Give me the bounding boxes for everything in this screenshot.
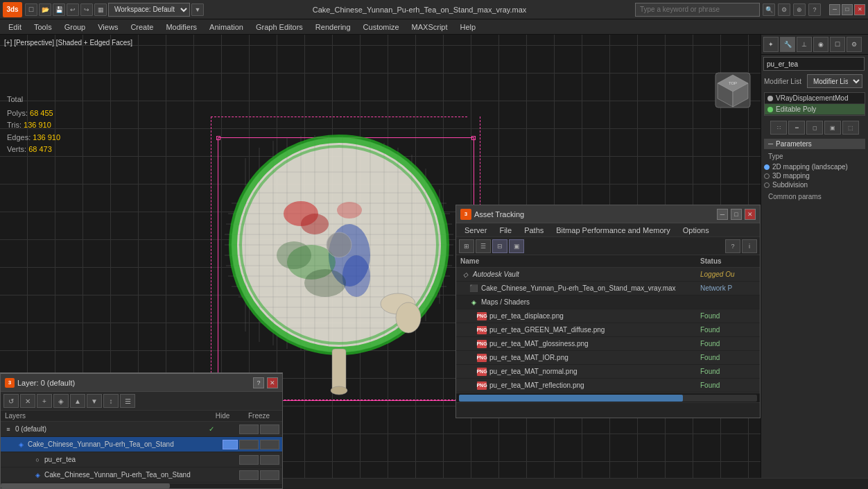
mod-item-vray[interactable]: VRayDisplacementMod [765, 93, 865, 104]
menu-create[interactable]: Create [125, 22, 159, 33]
menu-modifiers[interactable]: Modifiers [160, 22, 202, 33]
asset-menu-server[interactable]: Server [459, 225, 492, 235]
element-btn[interactable]: ⬚ [842, 121, 859, 135]
layers-view-btn[interactable]: ☰ [120, 394, 135, 408]
asset-row-maps[interactable]: ◈ Maps / Shaders [456, 295, 760, 309]
modifier-dropdown[interactable]: Modifier List [807, 74, 862, 88]
asset-btn-2[interactable]: ☰ [476, 239, 491, 253]
modifier-name-input[interactable] [763, 57, 865, 71]
settings-icon[interactable]: ⊕ [793, 3, 806, 16]
menu-group[interactable]: Group [59, 22, 92, 33]
search-input[interactable] [635, 3, 760, 17]
layer-box-freeze[interactable] [260, 424, 279, 434]
workspace-dropdown[interactable]: Workspace: Default [108, 3, 190, 17]
menu-rendering[interactable]: Rendering [310, 22, 356, 33]
asset-help-btn[interactable]: ? [725, 239, 740, 253]
mod-item-editpoly[interactable]: Editable Poly [765, 104, 865, 115]
save-icon[interactable]: 💾 [53, 3, 65, 16]
menu-animation[interactable]: Animation [204, 22, 249, 33]
layers-close-button[interactable]: ✕ [267, 377, 278, 388]
params-collapse-icon[interactable]: ─ [768, 140, 773, 148]
layer-box-hide4[interactable] [239, 470, 259, 480]
layers-select-btn[interactable]: ◈ [53, 394, 69, 408]
vertex-btn[interactable]: ∷ [770, 121, 787, 135]
radio-2d[interactable] [764, 164, 770, 170]
new-file-icon[interactable]: ☐ [25, 3, 37, 16]
open-file-icon[interactable]: 📂 [39, 3, 51, 16]
asset-btn-1[interactable]: ⊞ [459, 239, 474, 253]
menu-views[interactable]: Views [92, 22, 123, 33]
menu-help[interactable]: Help [455, 22, 482, 33]
menu-tools[interactable]: Tools [28, 22, 58, 33]
undo-icon[interactable]: ↩ [67, 3, 79, 16]
layer-boxes-cake2 [239, 470, 279, 480]
asset-row-reflection[interactable]: PNG pu_er_tea_MAT_reflection.png Found [456, 379, 760, 393]
radio-subdivision[interactable] [764, 182, 770, 188]
layer-row-cake[interactable]: ◈ Cake_Chinese_Yunnan_Pu-erh_Tea_on_Stan… [1, 437, 282, 452]
maximize-button[interactable]: □ [842, 4, 853, 15]
asset-menu-file[interactable]: File [494, 225, 517, 235]
layer-box-hide3[interactable] [239, 455, 259, 465]
asset-btn-3[interactable]: ⊟ [492, 239, 507, 253]
utilities-icon[interactable]: ⚙ [847, 37, 862, 52]
asset-maximize-btn[interactable]: □ [731, 209, 742, 220]
layer-box-hide[interactable] [239, 424, 259, 434]
asset-btn-4[interactable]: ▣ [509, 239, 524, 253]
asset-menu-options[interactable]: Options [677, 225, 715, 235]
tools-icon[interactable]: ⚙ [778, 3, 790, 16]
redo-icon[interactable]: ↪ [80, 3, 93, 16]
menu-graph-editors[interactable]: Graph Editors [250, 22, 309, 33]
asset-info-btn[interactable]: i [742, 239, 757, 253]
asset-row-diffuse[interactable]: PNG pu_er_tea_GREEN_MAT_diffuse.png Foun… [456, 323, 760, 337]
hierarchy-icon[interactable]: ⊥ [797, 37, 812, 52]
render-setup-icon[interactable]: ▦ [94, 3, 107, 16]
asset-row-vault[interactable]: ◇ Autodesk Vault Logged Ou [456, 268, 760, 282]
layers-down-btn[interactable]: ▼ [87, 394, 102, 408]
layers-list: ≡ 0 (default) ✓ ◈ Cake_Chinese_Yunnan_Pu… [1, 422, 282, 483]
asset-row-cake-file[interactable]: ⬛ Cake_Chinese_Yunnan_Pu-erh_Tea_on_Stan… [456, 282, 760, 295]
search-icon[interactable]: 🔍 [763, 3, 775, 16]
asset-menu-bitmap[interactable]: Bitmap Performance and Memory [550, 225, 675, 235]
create-icon[interactable]: ✦ [763, 37, 779, 52]
layer-row-cake2[interactable]: ◈ Cake_Chinese_Yunnan_Pu-erh_Tea_on_Stan… [1, 467, 282, 483]
help-icon[interactable]: ? [808, 3, 821, 16]
subobj-toolbar: ∷ ━ ◻ ▣ ⬚ [761, 119, 868, 137]
layers-help-button[interactable]: ? [253, 377, 264, 388]
poly-btn[interactable]: ▣ [824, 121, 841, 135]
modify-icon[interactable]: 🔧 [780, 37, 795, 52]
dropdown-arrow-icon[interactable]: ▼ [191, 3, 204, 16]
layers-delete-btn[interactable]: ✕ [20, 394, 35, 408]
layer-box-freeze3[interactable] [260, 455, 279, 465]
corner-cube[interactable]: TOP [712, 69, 754, 111]
layers-add-btn[interactable]: + [37, 394, 52, 408]
layer-row-default[interactable]: ≡ 0 (default) ✓ [1, 422, 282, 437]
display-icon[interactable]: ☐ [830, 37, 845, 52]
asset-row-ior[interactable]: PNG pu_er_tea_MAT_IOR.png Found [456, 351, 760, 365]
minimize-button[interactable]: ─ [829, 4, 840, 15]
menu-edit[interactable]: Edit [3, 22, 27, 33]
close-button[interactable]: ✕ [854, 4, 865, 15]
asset-close-btn[interactable]: ✕ [745, 209, 756, 220]
asset-row-displace[interactable]: PNG pu_er_tea_displace.png Found [456, 309, 760, 323]
mod-name-editpoly: Editable Poly [776, 105, 816, 113]
border-btn[interactable]: ◻ [806, 121, 823, 135]
layer-row-puerh[interactable]: ○ pu_er_tea [1, 452, 282, 467]
edge-btn[interactable]: ━ [788, 121, 805, 135]
menu-customize[interactable]: Customize [358, 22, 405, 33]
asset-row-glossiness[interactable]: PNG pu_er_tea_MAT_glossiness.png Found [456, 337, 760, 351]
layers-refresh-btn[interactable]: ↺ [3, 394, 19, 408]
svg-point-44 [331, 386, 347, 395]
modifier-stack: VRayDisplacementMod Editable Poly [764, 92, 865, 116]
layer-box-freeze2[interactable] [260, 440, 279, 449]
layer-box-hide2[interactable] [239, 440, 259, 449]
layers-move-btn[interactable]: ↕ [103, 394, 119, 408]
layers-up-btn[interactable]: ▲ [70, 394, 85, 408]
asset-menu-paths[interactable]: Paths [519, 225, 549, 235]
layers-scrollbar[interactable] [1, 483, 282, 488]
menu-maxscript[interactable]: MAXScript [406, 22, 453, 33]
radio-3d[interactable] [764, 173, 770, 179]
asset-minimize-btn[interactable]: ─ [717, 209, 728, 220]
asset-row-normal[interactable]: PNG pu_er_tea_MAT_normal.png Found [456, 365, 760, 379]
layer-box-freeze4[interactable] [260, 470, 279, 480]
motion-icon[interactable]: ◉ [813, 37, 828, 52]
